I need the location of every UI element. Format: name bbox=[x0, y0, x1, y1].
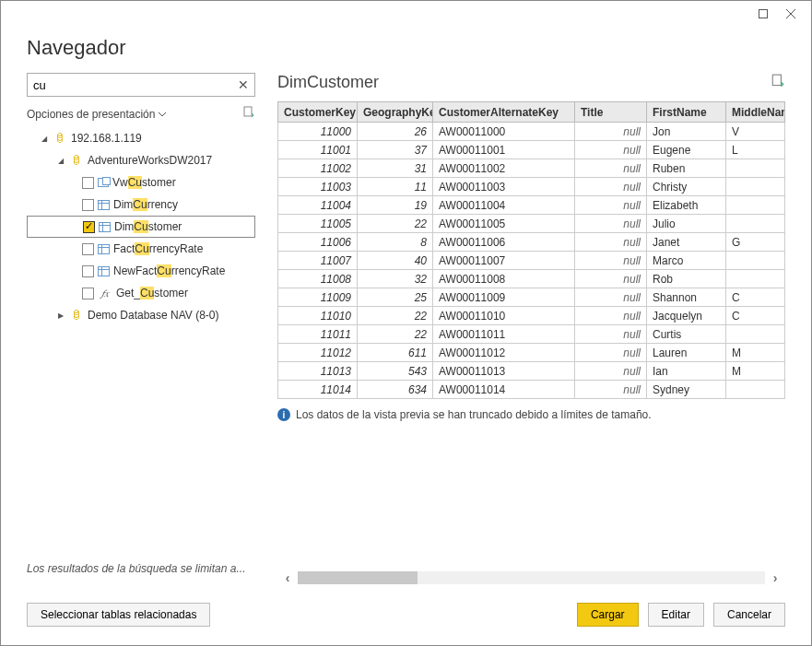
checkbox[interactable] bbox=[83, 221, 95, 233]
table-cell: 19 bbox=[358, 196, 433, 215]
table-cell: null bbox=[575, 178, 647, 196]
table-cell: 543 bbox=[358, 362, 433, 381]
tree-node-label: Get_Customer bbox=[116, 287, 188, 300]
table-row[interactable]: 1100026AW00011000nullJonV bbox=[278, 123, 785, 141]
table-cell: Eugene bbox=[647, 141, 726, 159]
table-cell: C bbox=[726, 288, 785, 307]
view-icon bbox=[98, 178, 109, 187]
table-row[interactable]: 1100311AW00011003nullChristy bbox=[278, 178, 785, 196]
table-cell bbox=[726, 215, 785, 233]
table-cell: 22 bbox=[358, 325, 433, 344]
table-cell bbox=[726, 159, 785, 178]
refresh-tree-icon[interactable] bbox=[242, 106, 255, 122]
tree-node-dimcurrency[interactable]: DimCurrency bbox=[27, 194, 255, 216]
database-icon bbox=[69, 154, 84, 167]
table-icon bbox=[98, 244, 110, 254]
checkbox[interactable] bbox=[82, 265, 94, 277]
caret-icon[interactable] bbox=[40, 135, 49, 143]
column-header[interactable]: GeographyKey bbox=[358, 102, 433, 123]
database-icon bbox=[69, 309, 84, 322]
tree-node-dimcustomer[interactable]: DimCustomer bbox=[27, 216, 255, 238]
info-icon: i bbox=[277, 408, 290, 421]
checkbox[interactable] bbox=[82, 199, 94, 211]
select-related-button[interactable]: Seleccionar tablas relacionadas bbox=[27, 603, 210, 627]
table-cell: AW00011007 bbox=[433, 252, 575, 270]
table-row[interactable]: 11014634AW00011014nullSydney bbox=[278, 381, 785, 399]
caret-icon[interactable] bbox=[56, 157, 65, 165]
table-row[interactable]: 1100522AW00011005nullJulio bbox=[278, 215, 785, 233]
table-cell: 11002 bbox=[278, 159, 358, 178]
horizontal-scrollbar[interactable]: ‹ › bbox=[277, 568, 785, 588]
table-row[interactable]: 11012611AW00011012nullLaurenM bbox=[278, 344, 785, 362]
table-cell: AW00011002 bbox=[433, 159, 575, 178]
tree-node-factcurrencyrate[interactable]: FactCurrencyRate bbox=[27, 238, 255, 260]
table-row[interactable]: 1100137AW00011001nullEugeneL bbox=[278, 141, 785, 159]
checkbox[interactable] bbox=[82, 177, 94, 189]
checkbox[interactable] bbox=[82, 288, 94, 300]
column-header[interactable]: FirstName bbox=[647, 102, 726, 123]
edit-button[interactable]: Editar bbox=[648, 603, 704, 627]
tree-node-label: 192.168.1.119 bbox=[71, 132, 142, 145]
table-row[interactable]: 11013543AW00011013nullIanM bbox=[278, 362, 785, 381]
svg-rect-4 bbox=[772, 75, 781, 85]
table-cell: 32 bbox=[358, 270, 433, 288]
window-close-icon[interactable] bbox=[780, 3, 802, 25]
column-header[interactable]: CustomerAlternateKey bbox=[433, 102, 575, 123]
tree-node-newfactcurrencyrate[interactable]: NewFactCurrencyRate bbox=[27, 260, 255, 282]
table-cell: Shannon bbox=[647, 288, 726, 307]
table-cell: AW00011003 bbox=[433, 178, 575, 196]
tree-node-vwcustomer[interactable]: VwCustomer bbox=[27, 171, 255, 194]
table-cell: AW00011011 bbox=[433, 325, 575, 344]
tree-node-database[interactable]: AdventureWorksDW2017 bbox=[27, 149, 255, 171]
search-clear-icon[interactable]: ✕ bbox=[231, 73, 255, 97]
search-input[interactable] bbox=[27, 73, 255, 97]
table-cell: null bbox=[575, 307, 647, 325]
table-cell bbox=[726, 196, 785, 215]
table-cell: AW00011000 bbox=[433, 123, 575, 141]
table-row[interactable]: 1101022AW00011010nullJacquelynC bbox=[278, 307, 785, 325]
scroll-thumb[interactable] bbox=[298, 571, 418, 584]
table-cell bbox=[726, 325, 785, 344]
table-cell: 11011 bbox=[278, 325, 358, 344]
tree-node-label: DimCurrency bbox=[113, 198, 178, 211]
column-header[interactable]: Title bbox=[575, 102, 647, 123]
table-cell: 31 bbox=[358, 159, 433, 178]
window-titlebar bbox=[1, 1, 811, 27]
table-cell bbox=[726, 178, 785, 196]
caret-icon[interactable] bbox=[56, 311, 65, 320]
scroll-track[interactable] bbox=[298, 571, 765, 584]
table-cell: null bbox=[575, 344, 647, 362]
table-row[interactable]: 1100419AW00011004nullElizabeth bbox=[278, 196, 785, 215]
column-header[interactable]: CustomerKey bbox=[278, 102, 358, 123]
table-row[interactable]: 110068AW00011006nullJanetG bbox=[278, 233, 785, 252]
scroll-right-icon[interactable]: › bbox=[765, 570, 785, 585]
table-cell: null bbox=[575, 362, 647, 381]
table-cell: 11004 bbox=[278, 196, 358, 215]
table-cell: Ruben bbox=[647, 159, 726, 178]
load-button[interactable]: Cargar bbox=[577, 603, 639, 627]
preview-table[interactable]: CustomerKey GeographyKey CustomerAlterna… bbox=[277, 101, 785, 399]
cancel-button[interactable]: Cancelar bbox=[713, 603, 785, 627]
object-tree[interactable]: 192.168.1.119 AdventureWorksDW2017 VwCus… bbox=[27, 127, 255, 553]
table-row[interactable]: 1100740AW00011007nullMarco bbox=[278, 252, 785, 270]
checkbox[interactable] bbox=[82, 243, 94, 255]
tree-node-server[interactable]: 192.168.1.119 bbox=[27, 127, 255, 149]
table-row[interactable]: 1101122AW00011011nullCurtis bbox=[278, 325, 785, 344]
table-cell: Jacquelyn bbox=[647, 307, 726, 325]
table-row[interactable]: 1100832AW00011008nullRob bbox=[278, 270, 785, 288]
refresh-preview-icon[interactable] bbox=[771, 74, 785, 91]
table-cell: 11012 bbox=[278, 344, 358, 362]
chevron-down-icon bbox=[159, 111, 166, 118]
table-cell: 25 bbox=[358, 288, 433, 307]
table-cell: Janet bbox=[647, 233, 726, 252]
column-header[interactable]: MiddleName bbox=[726, 102, 785, 123]
scroll-left-icon[interactable]: ‹ bbox=[277, 570, 298, 585]
tree-node-getcustomer[interactable]: Get_Customer bbox=[27, 282, 255, 304]
window-maximize-icon[interactable] bbox=[752, 3, 774, 25]
table-row[interactable]: 1100231AW00011002nullRuben bbox=[278, 159, 785, 178]
table-row[interactable]: 1100925AW00011009nullShannonC bbox=[278, 288, 785, 307]
navigator-left-pane: ✕ Opciones de presentación 192.168.1.119 bbox=[27, 73, 255, 588]
svg-rect-0 bbox=[759, 10, 768, 18]
tree-node-database2[interactable]: Demo Database NAV (8-0) bbox=[27, 304, 255, 326]
display-options-dropdown[interactable]: Opciones de presentación bbox=[27, 108, 166, 121]
